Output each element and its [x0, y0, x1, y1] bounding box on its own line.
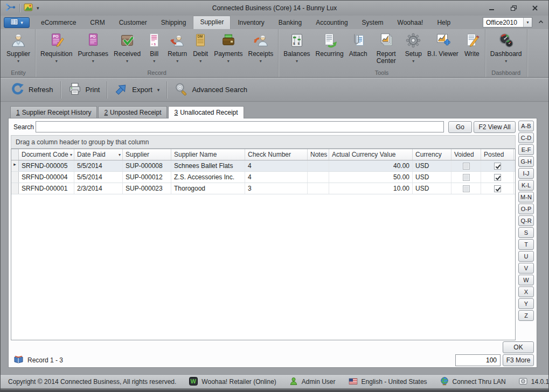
ribbon-group-tools: $$ Balances ▾ Recurring Attach Report Ce… — [279, 29, 485, 77]
ribbon-item-purchases[interactable]: PO Purchases ▾ — [75, 31, 111, 64]
alpha-button-q-r[interactable]: Q-R — [518, 215, 534, 226]
application-menu-button[interactable]: ▾ — [4, 17, 30, 28]
ribbon-item-balances[interactable]: $$ Balances ▾ — [281, 31, 312, 64]
column-header-currency[interactable]: Currency — [413, 149, 451, 160]
ribbon-item-dashboard[interactable]: Dashboard ▾ — [488, 31, 525, 64]
table-row[interactable]: SRFND-0000012/3/2014SUP-000023Thorogood3… — [11, 183, 515, 194]
column-header-supplier[interactable]: Supplier — [123, 149, 171, 160]
version-icon — [519, 377, 527, 387]
filter-caret-icon[interactable]: ▾ — [119, 152, 121, 157]
alpha-button-i-j[interactable]: I-J — [518, 168, 534, 179]
view-all-button[interactable]: F2 View All — [474, 121, 516, 133]
advanced-search-button[interactable]: Advanced Search — [168, 80, 253, 100]
posted-checkbox[interactable] — [494, 185, 501, 192]
ribbon-item-supplier[interactable]: Supplier ▾ — [4, 31, 33, 64]
export-button[interactable]: Export ▾ — [108, 80, 165, 100]
alpha-button-s[interactable]: S — [518, 227, 534, 238]
ribbon-item-bill[interactable]: = $ Bill ▾ — [143, 31, 165, 64]
filter-caret-icon[interactable]: ▾ — [70, 152, 72, 157]
menu-tab-supplier[interactable]: Supplier — [193, 16, 231, 29]
tab-supplier-receipt-history[interactable]: 1 Supplier Receipt History — [10, 106, 97, 118]
grid-header: Document Code▾ Date Paid▾ Supplier Suppl… — [11, 149, 515, 160]
print-icon — [68, 82, 82, 97]
alpha-button-e-f[interactable]: E-F — [518, 144, 534, 155]
ok-button[interactable]: OK — [503, 341, 534, 353]
ribbon-item-write[interactable]: Write — [461, 31, 483, 58]
purchases-icon: PO — [85, 31, 101, 50]
alpha-button-m-n[interactable]: M-N — [518, 192, 534, 202]
alpha-button-a-b[interactable]: A-B — [518, 121, 534, 131]
print-button[interactable]: Print — [62, 80, 106, 100]
column-header-notes[interactable]: Notes — [308, 149, 329, 160]
chevron-down-icon: ▾ — [153, 59, 155, 64]
ribbon-item-payments[interactable]: Payments ▾ — [211, 31, 245, 64]
ribbon-item-report-center[interactable]: Report Center — [370, 31, 402, 65]
column-header-date-paid[interactable]: Date Paid▾ — [74, 149, 123, 160]
menu-tab-crm[interactable]: CRM — [83, 17, 112, 29]
table-row[interactable]: SRFND-0000045/5/2014SUP-000012Z.S. Acces… — [11, 172, 515, 183]
menu-tab-help[interactable]: Help — [430, 17, 457, 29]
ribbon-item-bi-viewer[interactable]: B.I. Viewer — [425, 31, 461, 58]
alpha-button-x[interactable]: X — [518, 286, 534, 297]
menu-tab-system[interactable]: System — [355, 17, 391, 29]
column-header-document-code[interactable]: Document Code▾ — [19, 149, 74, 160]
requisition-icon: PO — [48, 31, 65, 50]
window-bottom-edge — [1, 388, 548, 391]
ribbon-item-return[interactable]: Return ▾ — [165, 31, 190, 64]
ribbon-item-setup[interactable]: Setup ▾ — [402, 31, 425, 64]
chevron-down-icon: ▾ — [92, 59, 94, 64]
ribbon-item-received[interactable]: Received ▾ — [111, 31, 143, 64]
alpha-button-g-h[interactable]: G-H — [518, 156, 534, 167]
posted-checkbox[interactable] — [494, 163, 501, 170]
go-button[interactable]: Go — [448, 121, 472, 133]
chevron-down-icon[interactable]: ▾ — [523, 18, 532, 27]
column-header-actual-currency-value[interactable]: Actual Currency Value — [329, 149, 413, 160]
group-by-band: Drag a column header to group by that co… — [11, 135, 516, 149]
posted-checkbox[interactable] — [494, 174, 501, 181]
alpha-button-u[interactable]: U — [518, 251, 534, 262]
alpha-button-v[interactable]: V — [518, 263, 534, 274]
search-input[interactable] — [36, 121, 444, 132]
ribbon-item-label: Dashboard — [490, 51, 522, 58]
ribbon-item-attach[interactable]: Attach — [346, 31, 370, 58]
menu-tab-banking[interactable]: Banking — [272, 17, 309, 29]
ribbon-item-recurring[interactable]: Recurring — [313, 31, 346, 58]
menu-tab-woohaa[interactable]: Woohaa! — [391, 17, 430, 29]
toolbar: Refresh Print Export ▾ Advanced Search — [1, 78, 548, 102]
chevron-down-icon[interactable]: ▾ — [37, 5, 39, 11]
menu-tab-customer[interactable]: Customer — [112, 17, 154, 29]
alpha-button-k-l[interactable]: K-L — [518, 180, 534, 191]
alpha-button-o-p[interactable]: O-P — [518, 204, 534, 214]
alpha-button-t[interactable]: T — [518, 239, 534, 250]
ribbon-item-receipts[interactable]: Receipts ▾ — [246, 31, 276, 64]
tab-unallocated-receipt[interactable]: 3 Unallocated Receipt — [168, 106, 244, 118]
alpha-button-z[interactable]: Z — [518, 310, 534, 321]
menu-tab-ecommerce[interactable]: eCommerce — [34, 17, 83, 29]
alpha-button-y[interactable]: Y — [518, 298, 534, 309]
more-button[interactable]: F3 More — [503, 354, 534, 366]
page-size-input[interactable] — [455, 354, 501, 366]
table-row[interactable]: ▸SRFND-0000055/5/2014SUP-000008Schnees B… — [11, 160, 515, 172]
alpha-button-c-d[interactable]: C-D — [518, 132, 534, 143]
menu-tab-inventory[interactable]: Inventory — [231, 17, 271, 29]
ribbon-item-requisition[interactable]: PO Requisition ▾ — [38, 31, 75, 64]
svg-text:W: W — [191, 378, 197, 384]
alpha-button-w[interactable]: W — [518, 275, 534, 285]
menu-tab-shipping[interactable]: Shipping — [154, 17, 193, 29]
column-header-posted[interactable]: Posted — [481, 149, 514, 160]
theme-selector[interactable]: Office2010 ▾ — [483, 17, 532, 27]
collapse-ribbon-icon[interactable] — [538, 18, 544, 27]
column-header-check-number[interactable]: Check Number — [245, 149, 308, 160]
refresh-button[interactable]: Refresh — [5, 80, 59, 100]
tab-unposted-receipt[interactable]: 2 Unposted Receipt — [98, 106, 167, 118]
menu-tab-accounting[interactable]: Accounting — [309, 17, 355, 29]
close-button[interactable] — [529, 4, 541, 12]
column-header-supplier-name[interactable]: Supplier Name — [171, 149, 245, 160]
divider — [60, 81, 61, 99]
ribbon-item-debit[interactable]: DM Debit ▾ — [190, 31, 211, 64]
minimize-button[interactable] — [486, 4, 498, 12]
setup-gear-icon — [405, 31, 421, 50]
quick-access-icon[interactable] — [24, 3, 33, 13]
column-header-voided[interactable]: Voided — [451, 149, 481, 160]
restore-button[interactable] — [508, 4, 519, 12]
